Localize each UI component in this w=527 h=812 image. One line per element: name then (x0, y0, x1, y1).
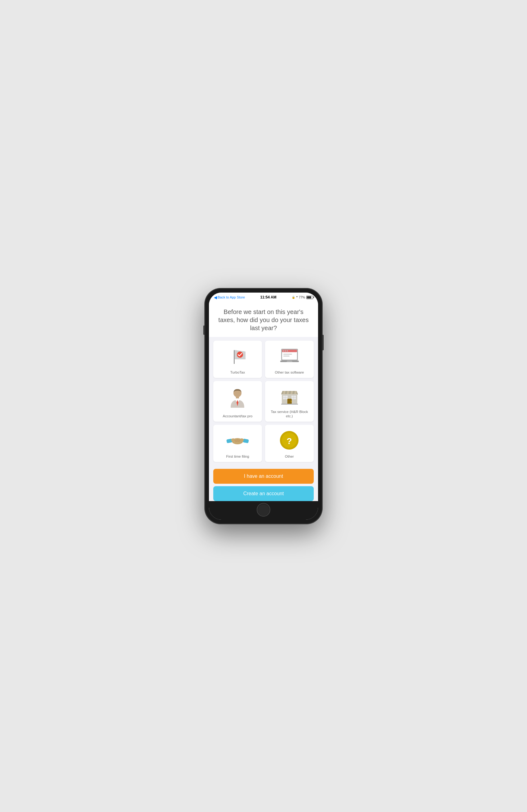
create-account-button[interactable]: Create an account (213, 486, 314, 501)
option-first-time[interactable]: First time filing (213, 425, 262, 462)
svg-rect-12 (236, 396, 239, 398)
accountant-label: Accountant/tax pro (223, 414, 253, 419)
other-icon-area: ? (268, 429, 311, 452)
other-software-icon (279, 346, 300, 366)
first-time-label: First time filing (226, 454, 249, 459)
accountant-icon-area (216, 386, 259, 412)
other-tax-software-label: Other tax software (275, 370, 304, 375)
turbotax-label: TurboTax (230, 370, 245, 375)
phone-frame: ◀ Back to App Store 11:54 AM 🔒 * 77% Bef… (205, 288, 322, 524)
turbotax-icon-area (216, 345, 259, 368)
options-grid: TurboTax (209, 337, 318, 466)
status-bar-left: ◀ Back to App Store (214, 295, 245, 300)
accountant-icon (228, 388, 248, 409)
phone-screen: ◀ Back to App Store 11:54 AM 🔒 * 77% Bef… (209, 293, 318, 520)
svg-text:?: ? (286, 436, 292, 446)
status-bar: ◀ Back to App Store 11:54 AM 🔒 * 77% (209, 293, 318, 302)
svg-rect-22 (281, 404, 298, 405)
home-button-area (209, 501, 318, 520)
lock-icon: 🔒 (292, 296, 295, 299)
battery-percent: 77% (299, 296, 305, 299)
svg-rect-0 (234, 350, 235, 364)
first-time-icon-area (216, 429, 259, 452)
question-header: Before we start on this year's taxes, ho… (209, 302, 318, 337)
turbotax-icon (227, 345, 249, 367)
status-bar-right: 🔒 * 77% (292, 296, 313, 299)
option-other-tax-software[interactable]: Other tax software (265, 341, 314, 378)
svg-rect-9 (283, 356, 289, 357)
back-to-app-store[interactable]: Back to App Store (217, 295, 245, 299)
option-tax-service[interactable]: Tax service (H&R Block etc.) (265, 381, 314, 422)
svg-rect-24 (243, 439, 249, 444)
svg-point-5 (283, 350, 284, 351)
option-accountant[interactable]: Accountant/tax pro (213, 381, 262, 422)
other-icon: ? (279, 430, 299, 451)
first-time-icon (226, 430, 249, 451)
screen-content: Before we start on this year's taxes, ho… (209, 302, 318, 501)
buttons-section: I have an account Create an account (209, 466, 318, 501)
battery-icon (306, 296, 313, 299)
svg-point-21 (290, 401, 291, 402)
tax-service-label: Tax service (H&R Block etc.) (268, 409, 311, 419)
tax-service-icon (279, 386, 300, 407)
bluetooth-icon: * (296, 296, 298, 299)
option-turbotax[interactable]: TurboTax (213, 341, 262, 378)
tax-service-icon-area (268, 386, 311, 407)
svg-point-6 (285, 350, 286, 351)
back-arrow-icon: ◀ (214, 295, 217, 300)
svg-rect-4 (282, 350, 297, 352)
status-time: 11:54 AM (260, 295, 276, 300)
have-account-button[interactable]: I have an account (213, 469, 314, 484)
svg-point-7 (287, 350, 288, 351)
battery-fill (307, 296, 311, 299)
other-label: Other (285, 454, 294, 459)
other-tax-software-icon-area (268, 345, 311, 368)
home-button[interactable] (257, 503, 270, 517)
option-other[interactable]: ? Other (265, 425, 314, 462)
main-question: Before we start on this year's taxes, ho… (215, 308, 312, 332)
svg-rect-8 (283, 354, 292, 354)
